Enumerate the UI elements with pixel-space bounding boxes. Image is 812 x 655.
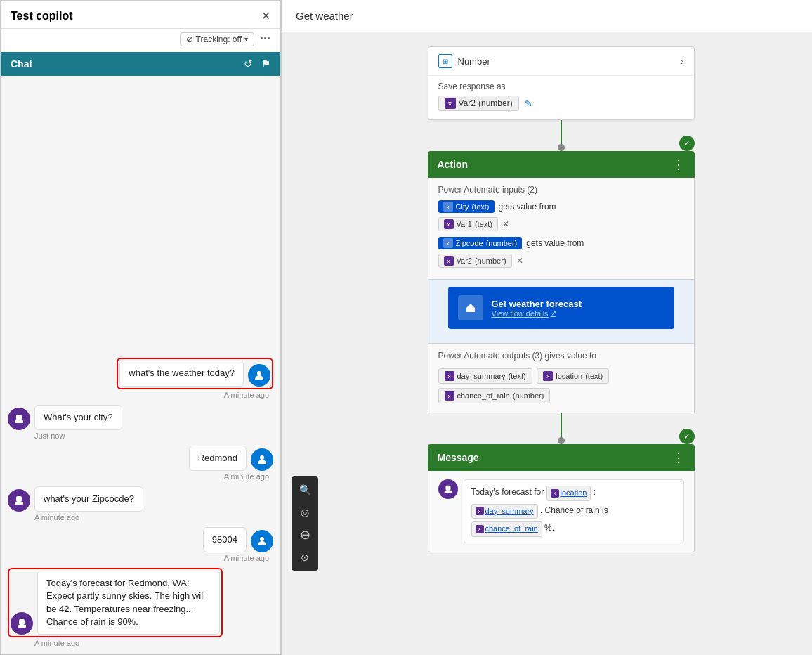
location-inline-text: location [561,487,587,500]
day-summary-type: (text) [509,372,526,380]
svg-rect-2 [18,416,19,417]
svg-rect-14 [18,625,26,628]
chat-header-icons: ↺ ⚑ [244,58,270,70]
number-icon: ⊞ [438,54,452,68]
svg-rect-8 [19,498,20,499]
timestamp-5: A minute ago [220,554,273,562]
svg-point-0 [257,371,261,375]
weather-forecast-section: Get weather forecast View flow details ↗ [428,280,695,344]
weather-forecast-box: Get weather forecast View flow details ↗ [448,287,674,329]
svg-rect-1 [16,415,22,420]
message-row-6: Today's forecast for Redmond, WA: Expect… [8,568,273,647]
input-row-zipcode: x Zipcode (number) gets value from [438,237,684,249]
refresh-icon[interactable]: ↺ [244,58,253,70]
zipcode-name: Zipcode [456,239,483,247]
message-content-5: 98004 [203,527,273,552]
var2-input-tag: x Var2 (number) [438,254,512,268]
message-row-3: Redmond A minute ago [8,446,273,481]
var1-type: (text) [475,220,492,228]
message-header: Message ⋮ [428,444,695,471]
svg-rect-15 [469,309,472,312]
message-content-3: Redmond [189,446,273,471]
edit-var2-icon[interactable]: ✎ [525,98,532,109]
tracking-toggle[interactable]: ⊘ Tracking: off ▾ [180,32,254,46]
input-row-city: x City (text) gets value from [438,200,684,213]
save-response-label: Save response as [438,82,684,91]
node-container: ⊞ Number › Save response as x Var2 (numb… [428,46,695,566]
zipcode-gets-value-text: gets value from [526,238,584,248]
zipcode-var-icon: x [443,238,453,248]
svg-rect-7 [18,498,19,499]
city-type: (text) [471,202,489,211]
day-summary-icon: x [445,371,454,381]
action-title: Action [438,159,469,170]
more-options-button[interactable]: ··· [260,32,270,46]
message-bubble-4: what's your Zipcocde? [34,486,143,512]
chevron-down-icon: ▾ [244,35,248,43]
svg-rect-6 [16,496,22,502]
action-menu-icon[interactable]: ⋮ [672,157,685,172]
city-name: City [456,202,469,211]
var2-icon: x [445,98,456,109]
message-text-area: Today's forecast for x location : [464,479,684,543]
chance-of-rain-name: chance_of_rain [457,391,510,400]
var1-remove-button[interactable]: ✕ [502,219,509,229]
message-line-1: Today's forecast for x location : [471,486,676,501]
var2-remove-button[interactable]: ✕ [516,256,523,266]
message-text-6: Today's forecast for Redmond, WA: Expect… [46,578,205,627]
weather-flow-icon [458,295,483,320]
left-header: Test copilot ✕ [1,1,280,29]
svg-rect-9 [15,502,23,505]
svg-rect-18 [448,487,450,488]
history-icon: ⊙ [301,552,309,563]
message-content-row: Today's forecast for x location : [438,479,684,543]
svg-rect-19 [444,491,452,493]
canvas-toolbar: 🔍 ◎ ⊖ ⊙ [292,476,318,571]
message-bubble-5: 98004 [203,527,247,552]
right-header: Get weather [282,0,812,32]
connector-1: ✓ [428,120,695,151]
number-node: ⊞ Number › Save response as x Var2 (numb… [428,46,695,120]
weather-forecast-title: Get weather forecast [492,299,582,309]
svg-rect-3 [19,416,20,417]
message-highlight-6: Today's forecast for Redmond, WA: Expect… [8,568,223,637]
zoom-out-button[interactable]: ⊖ [294,524,315,545]
message-bubble-2: What's your city? [34,405,122,430]
message-bubble-6: Today's forecast for Redmond, WA: Expect… [37,571,220,635]
message-text-5: 98004 [212,534,237,545]
output-tags: x day_summary (text) x location (text) x… [438,366,684,406]
tracking-label: Tracking: off [196,34,242,44]
message-menu-icon[interactable]: ⋮ [672,450,685,465]
message-node: Message ⋮ Today's forecast for [428,444,695,552]
svg-point-5 [260,455,264,460]
input-row-var1: x Var1 (text) ✕ [438,217,684,231]
message-line-3: x chance_of_rain %. [471,521,676,537]
view-flow-details-link[interactable]: View flow details ↗ [492,309,582,318]
external-link-icon: ↗ [551,309,556,317]
svg-rect-4 [15,420,23,423]
timestamp-3: A minute ago [220,472,273,481]
right-panel: Get weather 🔍 ◎ ⊖ ⊙ ⊞ N [281,0,812,655]
svg-rect-17 [447,487,448,488]
history-button[interactable]: ⊙ [294,547,315,568]
user-avatar-5 [251,530,273,552]
chat-header: Chat ↺ ⚑ [1,52,280,76]
chat-title: Chat [11,58,32,70]
msg-line1-before: Today's forecast for [471,487,544,497]
locate-button[interactable]: ◎ [294,502,315,523]
zoom-in-button[interactable]: 🔍 [294,479,315,500]
message-content-1: what's the weather today? [119,361,270,386]
close-button[interactable]: ✕ [261,9,270,22]
var2-name: Var2 [459,98,476,108]
output-chance-of-rain: x chance_of_rain (number) [438,388,551,403]
var2-input-type: (number) [475,257,506,265]
timestamp-2: Just now [8,432,69,440]
var1-tag: x Var1 (text) [438,217,498,231]
pa-inputs-title: Power Automate inputs (2) [438,185,684,195]
flag-icon[interactable]: ⚑ [261,58,270,70]
message-highlight-1: what's the weather today? [117,358,273,389]
location-type: (text) [585,372,603,380]
var1-name: Var1 [457,220,472,228]
zipcode-var-tag: x Zipcode (number) [438,237,523,249]
var2-input-name: Var2 [457,257,472,265]
